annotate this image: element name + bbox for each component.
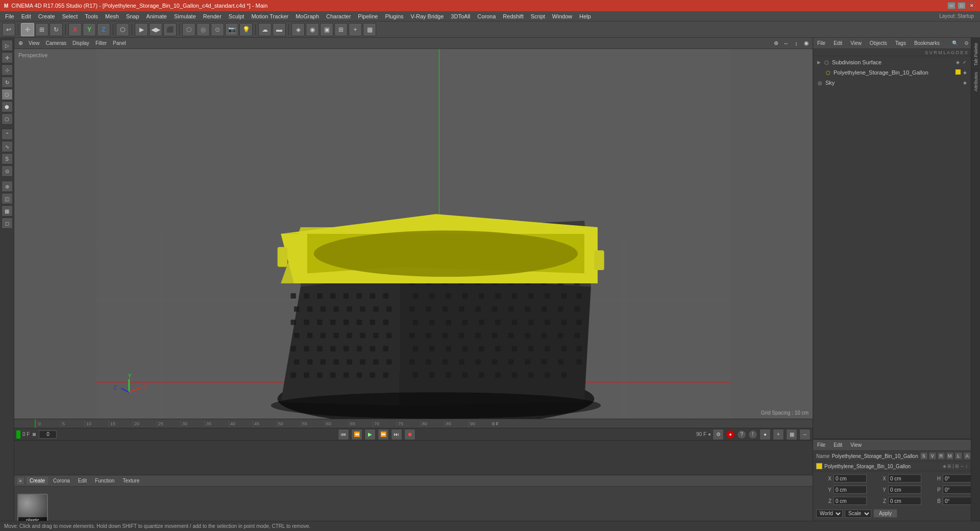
menu-character[interactable]: Character	[323, 12, 354, 20]
subdivision-badge-vis[interactable]: ◈	[954, 59, 961, 65]
constraint-button[interactable]: ⊞	[334, 23, 348, 36]
am-obj-icon-3[interactable]: |	[952, 464, 953, 469]
material-toolbar-icon[interactable]: ≡	[16, 477, 24, 485]
select-tool[interactable]: ▷	[2, 40, 13, 51]
z-axis-button[interactable]: Z	[97, 23, 110, 36]
y-axis-button[interactable]: Y	[83, 23, 96, 36]
shear-tool[interactable]: ▦	[2, 205, 13, 216]
material-thumbnail[interactable]: plastic	[17, 494, 48, 524]
null-button[interactable]: +	[349, 23, 362, 36]
panel-menu[interactable]: Panel	[111, 39, 128, 47]
render-active-button[interactable]: ⬛	[163, 23, 177, 36]
timeline-circle-3[interactable]: !	[748, 430, 757, 439]
rotate-tool-button[interactable]: ↻	[50, 23, 63, 36]
timeline-options-button[interactable]: ⚙	[713, 429, 724, 440]
next-frame-button[interactable]: ⏩	[378, 429, 389, 440]
prev-frame-button[interactable]: ⏪	[351, 429, 362, 440]
om-tab-file[interactable]: File	[815, 39, 827, 47]
x-axis-button[interactable]: X	[68, 23, 82, 36]
taper-tool[interactable]: ◻	[2, 218, 13, 229]
sky-badge-vis[interactable]: ◈	[962, 80, 968, 86]
am-tab-edit[interactable]: Edit	[831, 441, 844, 449]
current-frame-input[interactable]	[39, 430, 57, 439]
am-obj-icon-5[interactable]: ↔	[960, 464, 965, 469]
twist-tool[interactable]: ◫	[2, 193, 13, 204]
object-mode-button[interactable]: ⬡	[116, 23, 129, 36]
am-x-pos-input[interactable]	[834, 474, 867, 482]
apply-button[interactable]: Apply	[873, 509, 897, 518]
material-tab-corona[interactable]: Corona	[50, 477, 73, 485]
display-menu[interactable]: Display	[70, 39, 91, 47]
menu-window[interactable]: Window	[549, 12, 575, 20]
timeline-expand-btn[interactable]: ↔	[799, 429, 811, 440]
record-button[interactable]: ⏺	[404, 429, 415, 440]
material2-button[interactable]: ◉	[306, 23, 319, 36]
om-gear-icon[interactable]: ⚙	[964, 40, 969, 46]
render-region-button[interactable]: ▶	[135, 23, 148, 36]
menu-snap[interactable]: Snap	[123, 12, 142, 20]
sky-button[interactable]: ☁	[258, 23, 272, 36]
mirror-tool[interactable]: ⊙	[2, 165, 13, 177]
am-obj-icon-6[interactable]: ↕	[966, 464, 968, 469]
menu-edit[interactable]: Edit	[18, 12, 34, 20]
material-tab-texture[interactable]: Texture	[119, 477, 142, 485]
menu-create[interactable]: Create	[35, 12, 58, 20]
viewport-icon-render[interactable]: ◉	[802, 39, 811, 47]
undo-button[interactable]: ↩	[2, 23, 15, 36]
goto-end-button[interactable]: ⏭	[391, 429, 402, 440]
timeline-plus-btn[interactable]: +	[773, 429, 784, 440]
viewport-icon-1[interactable]: ⊕	[16, 39, 24, 47]
am-z-pos-input[interactable]	[834, 497, 867, 505]
am-obj-icon-2[interactable]: ⊞	[947, 464, 951, 469]
viewport-icon-fullscreen[interactable]: ↔	[782, 39, 790, 47]
viewport[interactable]: Perspective Grid Spacing : 10 cm	[14, 49, 813, 419]
subdivision-badge-check[interactable]: ✓	[962, 59, 968, 65]
menu-redshift[interactable]: Redshift	[500, 12, 526, 20]
menu-script[interactable]: Script	[528, 12, 548, 20]
viewport-icon-arrange[interactable]: ⊕	[772, 39, 780, 47]
menu-corona[interactable]: Corona	[474, 12, 499, 20]
close-button[interactable]: ✕	[968, 2, 976, 9]
smooth-tool[interactable]: S	[2, 153, 13, 164]
rst-tab-palette[interactable]: Tab Palette	[972, 40, 979, 69]
render-view-button[interactable]: ◀▶	[149, 23, 162, 36]
view-menu[interactable]: View	[27, 39, 42, 47]
menu-sculpt[interactable]: Sculpt	[226, 12, 248, 20]
am-y-rot-input[interactable]	[888, 486, 921, 494]
om-search-icon[interactable]: 🔍	[952, 40, 958, 46]
menu-mesh[interactable]: Mesh	[102, 12, 122, 20]
title-bar-controls[interactable]: ─ □ ✕	[947, 2, 976, 9]
camera-button[interactable]: 📷	[225, 23, 238, 36]
scale-select[interactable]: Scale	[845, 510, 871, 518]
menu-simulate[interactable]: Simulate	[171, 12, 199, 20]
timeline-record-btn[interactable]: ●	[760, 429, 771, 440]
filter-menu[interactable]: Filter	[93, 39, 109, 47]
scale-tool-button[interactable]: ⊞	[35, 23, 48, 36]
om-tab-tags[interactable]: Tags	[893, 39, 908, 47]
cube-button[interactable]: ⬡	[182, 23, 195, 36]
menu-plugins[interactable]: Plugins	[382, 12, 406, 20]
om-item-bin[interactable]: ⬡ Polyethylene_Storage_Bin_10_Gallon ◈	[822, 67, 970, 78]
om-item-sky[interactable]: ◎ Sky ◈	[814, 78, 970, 88]
bin-badge-vis[interactable]: ◈	[962, 69, 968, 76]
am-obj-icon-1[interactable]: ◈	[943, 464, 946, 469]
am-tab-view[interactable]: View	[848, 441, 864, 449]
rst-tab-attributes[interactable]: Attributes	[972, 69, 979, 94]
om-tab-edit[interactable]: Edit	[831, 39, 844, 47]
world-select[interactable]: World	[816, 510, 843, 518]
menu-animate[interactable]: Animate	[143, 12, 170, 20]
rotate-tool[interactable]: ↻	[2, 77, 13, 88]
edge-mode[interactable]: ⬢	[2, 101, 13, 112]
material-tab-function[interactable]: Function	[92, 477, 117, 485]
menu-select[interactable]: Select	[59, 12, 81, 20]
om-tab-view[interactable]: View	[848, 39, 864, 47]
am-z-rot-input[interactable]	[888, 497, 921, 505]
material-tab-edit[interactable]: Edit	[75, 477, 90, 485]
om-tab-bookmarks[interactable]: Bookmarks	[912, 39, 942, 47]
menu-tools[interactable]: Tools	[82, 12, 101, 20]
scale-tool[interactable]: ⊹	[2, 64, 13, 76]
menu-motion-tracker[interactable]: Motion Tracker	[248, 12, 291, 20]
am-y-pos-input[interactable]	[834, 486, 867, 494]
am-x-rot-input[interactable]	[888, 474, 921, 482]
minimize-button[interactable]: ─	[947, 2, 955, 9]
